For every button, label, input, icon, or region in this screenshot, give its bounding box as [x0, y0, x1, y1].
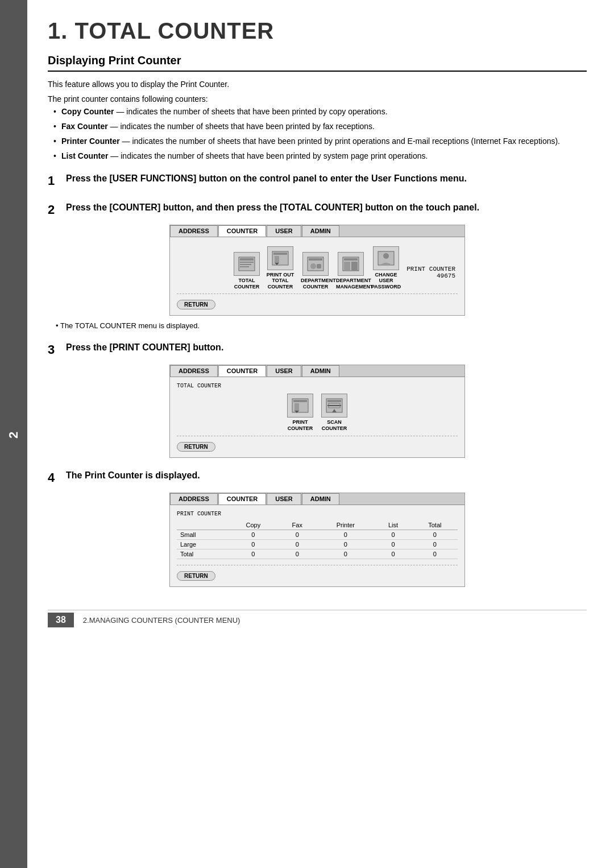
icon-box-print-out — [267, 246, 293, 270]
row-total-total: 0 — [412, 549, 458, 559]
chapter-tab: 2 — [0, 0, 27, 868]
icon-label-print-out: PRINT OUT TOTAL COUNTER — [265, 272, 295, 290]
return-button-1[interactable]: RETURN — [177, 300, 215, 309]
row-fax-large: 0 — [277, 540, 317, 549]
row-label-large: Large — [177, 540, 229, 549]
icon-box-dept-mgmt — [338, 252, 364, 276]
list-item: Copy Counter — indicates the number of s… — [53, 106, 587, 118]
row-list-large: 0 — [374, 540, 412, 549]
print-counter-value: 49675 — [406, 272, 455, 279]
icon-dept-mgmt[interactable]: DEPARTMENT MANAGEMENT — [336, 252, 366, 290]
step-text-1: Press the [USER FUNCTIONS] button on the… — [66, 172, 467, 185]
row-label-total: Total — [177, 549, 229, 559]
svg-rect-24 — [327, 400, 341, 402]
screen-tab-bar-2: ADDRESS COUNTER USER ADMIN — [170, 365, 464, 377]
icon-label-print-counter: PRINT COUNTER — [288, 419, 313, 432]
svg-rect-20 — [293, 400, 307, 402]
return-button-3[interactable]: RETURN — [177, 571, 215, 581]
row-copy-large: 0 — [229, 540, 277, 549]
step-2-heading: 2 Press the [COUNTER] button, and then p… — [48, 201, 587, 219]
intro-text-2: The print counter contains following cou… — [48, 94, 587, 104]
step-text-2: Press the [COUNTER] button, and then pre… — [66, 201, 479, 214]
svg-point-18 — [383, 253, 389, 259]
chapter-number: 2 — [6, 429, 21, 439]
icon-print-counter[interactable]: PRINT COUNTER — [287, 394, 313, 432]
step-4: 4 The Print Counter is displayed. ADDRES… — [48, 469, 587, 587]
section-heading: Displaying Print Counter — [48, 54, 587, 72]
step-2: 2 Press the [COUNTER] button, and then p… — [48, 201, 587, 330]
svg-rect-16 — [351, 262, 358, 271]
return-button-2[interactable]: RETURN — [177, 442, 215, 452]
svg-rect-21 — [294, 403, 299, 411]
bullet-text: — indicates the number of sheets that ha… — [108, 151, 428, 160]
list-item: Printer Counter — indicates the number o… — [53, 135, 587, 147]
tab-user-1[interactable]: USER — [267, 225, 301, 237]
tab-address-1[interactable]: ADDRESS — [170, 225, 218, 237]
screen-mockup-1: ADDRESS COUNTER USER ADMIN — [169, 225, 465, 316]
icon-label-dept-mgmt: DEPARTMENT MANAGEMENT — [336, 278, 366, 290]
svg-rect-2 — [240, 262, 254, 263]
table-header-row: Copy Fax Printer List Total — [177, 520, 458, 530]
row-label-small: Small — [177, 530, 229, 540]
tab-counter-3[interactable]: COUNTER — [218, 493, 266, 505]
col-header-printer: Printer — [317, 520, 374, 530]
col-header-total: Total — [412, 520, 458, 530]
intro-text-1: This feature allows you to display the P… — [48, 80, 587, 89]
print-counter-label-3: PRINT COUNTER — [177, 511, 458, 517]
step-3: 3 Press the [PRINT COUNTER] button. ADDR… — [48, 341, 587, 458]
col-header-fax: Fax — [277, 520, 317, 530]
tab-user-2[interactable]: USER — [267, 365, 301, 377]
step-1: 1 Press the [USER FUNCTIONS] button on t… — [48, 172, 587, 190]
svg-rect-15 — [344, 262, 350, 271]
screen-mockup-2: ADDRESS COUNTER USER ADMIN TOTAL COUNTER — [169, 365, 465, 458]
screen-print-counter-info: PRINT COUNTER 49675 — [406, 266, 455, 279]
list-item: List Counter — indicates the number of s… — [53, 150, 587, 162]
screen1-note: The TOTAL COUNTER menu is displayed. — [56, 321, 587, 330]
table-row: Large 0 0 0 0 0 — [177, 540, 458, 549]
icon-scan-counter[interactable]: SCAN COUNTER — [321, 394, 347, 432]
icon-total-counter[interactable]: TOTAL COUNTER — [234, 252, 260, 290]
icon-label-dept-counter: DEPARTMENT COUNTER — [301, 278, 330, 290]
icon-label-total-counter: TOTAL COUNTER — [234, 278, 260, 290]
screen-divider-2 — [177, 436, 458, 436]
bullet-bold: Fax Counter — [61, 122, 108, 131]
icon-box-total-counter — [234, 252, 260, 276]
total-counter-label: TOTAL COUNTER — [177, 383, 458, 389]
bullet-text: — indicates the number of sheets that ha… — [114, 107, 388, 116]
print-counter-label: PRINT COUNTER — [406, 266, 455, 272]
list-item: Fax Counter — indicates the number of sh… — [53, 121, 587, 133]
icon-box-print-counter — [287, 394, 313, 418]
tab-admin-3[interactable]: ADMIN — [302, 493, 339, 505]
tab-address-2[interactable]: ADDRESS — [170, 365, 218, 377]
icon-label-change-user: CHANGE USER PASSWORD — [371, 272, 401, 290]
svg-rect-6 — [273, 253, 287, 255]
step-number-1: 1 — [48, 172, 61, 190]
bullet-text: — indicates the number of sheets that ha… — [120, 137, 560, 146]
tab-admin-1[interactable]: ADMIN — [302, 225, 339, 237]
table-row: Total 0 0 0 0 0 — [177, 549, 458, 559]
icon-change-user-password[interactable]: CHANGE USER PASSWORD — [371, 246, 401, 290]
icon-dept-counter[interactable]: DEPARTMENT COUNTER — [301, 252, 330, 290]
step-4-heading: 4 The Print Counter is displayed. — [48, 469, 587, 487]
tab-admin-2[interactable]: ADMIN — [302, 365, 339, 377]
step-number-2: 2 — [48, 201, 61, 219]
icon-print-out-total[interactable]: PRINT OUT TOTAL COUNTER — [265, 246, 295, 290]
row-total-large: 0 — [412, 540, 458, 549]
step-3-heading: 3 Press the [PRINT COUNTER] button. — [48, 341, 587, 359]
tab-address-3[interactable]: ADDRESS — [170, 493, 218, 505]
bullet-bold: Printer Counter — [61, 137, 120, 146]
svg-point-11 — [310, 263, 316, 269]
step-text-3: Press the [PRINT COUNTER] button. — [66, 341, 223, 354]
table-row: Small 0 0 0 0 0 — [177, 530, 458, 540]
tab-counter-2[interactable]: COUNTER — [218, 365, 266, 377]
step-number-4: 4 — [48, 469, 61, 487]
screen-2-icons: PRINT COUNTER — [177, 394, 458, 432]
tab-counter-1[interactable]: COUNTER — [218, 225, 266, 237]
tab-user-3[interactable]: USER — [267, 493, 301, 505]
row-fax-small: 0 — [277, 530, 317, 540]
page-title: 1. TOTAL COUNTER — [48, 18, 587, 44]
row-printer-small: 0 — [317, 530, 374, 540]
page-number: 38 — [48, 613, 74, 627]
main-content: 1. TOTAL COUNTER Displaying Print Counte… — [27, 0, 614, 868]
row-fax-total: 0 — [277, 549, 317, 559]
